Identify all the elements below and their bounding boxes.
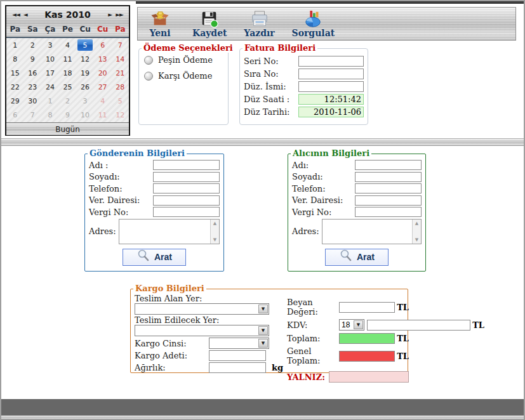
calendar-day[interactable]: 8 [6,52,24,66]
calendar-day[interactable]: 3 [41,38,59,52]
pickup-place-select[interactable]: ▼ [135,303,269,315]
calendar-day[interactable]: 9 [24,52,42,66]
calendar-day[interactable]: 10 [41,52,59,66]
calendar-day[interactable]: 11 [59,52,77,66]
calendar-day[interactable]: 4 [59,38,77,52]
calendar-day[interactable]: 25 [59,80,77,94]
sequence-no-input[interactable] [298,69,364,79]
tl-unit-label: TL [470,320,484,330]
new-button[interactable]: Yeni [140,9,180,39]
radio-icon[interactable] [144,56,153,65]
calendar-day[interactable]: 16 [24,66,42,80]
sender-phone-input[interactable] [153,183,220,194]
receiver-phone-input[interactable] [355,183,422,194]
calendar-day[interactable]: 9 [59,108,77,122]
cargo-count-input[interactable] [209,350,266,361]
scrollbar[interactable]: ▲ ▼ [210,220,219,244]
calendar-day[interactable]: 24 [41,80,59,94]
calendar-day[interactable]: 15 [6,66,24,80]
calendar-day[interactable]: 22 [6,80,24,94]
receiver-search-button[interactable]: Arat [325,249,389,266]
weight-input[interactable] [209,362,266,373]
query-button[interactable]: Sorgulat [288,9,339,39]
serial-no-input[interactable] [298,56,364,67]
cargo-info-group: Kargo Bilgileri Teslim Alan Yer: ▼ Tesli… [130,289,408,373]
sender-surname-input[interactable] [153,172,220,182]
sender-name-input[interactable] [153,160,220,170]
scrollbar[interactable]: ▲ ▼ [412,220,421,244]
calendar-next-year-icon[interactable]: ►► [114,11,125,18]
dropdown-arrow-icon[interactable]: ▼ [258,326,268,335]
sender-tax-no-label: Vergi No: [89,207,128,217]
top-dark-strip [136,1,524,4]
calendar-day[interactable]: 1 [6,38,24,52]
calendar-next-month-icon[interactable]: ► [106,11,114,18]
calendar-day[interactable]: 2 [24,38,42,52]
calendar-day[interactable]: 6 [94,38,112,52]
calendar-day[interactable]: 30 [24,95,42,108]
calendar-day[interactable]: 12 [111,108,129,122]
save-button-label: Kaydet [192,28,227,38]
delivery-place-select[interactable]: ▼ [135,325,269,336]
calendar-day[interactable]: 14 [111,52,129,66]
calendar-day[interactable]: 8 [41,108,59,122]
calendar-day[interactable]: 7 [111,38,129,52]
calendar-day[interactable]: 17 [41,66,59,80]
calendar-day-selected[interactable]: 5 [77,39,93,51]
calendar-day[interactable]: 27 [94,80,112,94]
sender-search-button[interactable]: Arat [123,249,186,266]
scroll-down-icon[interactable]: ▼ [415,237,418,242]
calendar-day[interactable]: 21 [111,66,129,80]
calendar-day[interactable]: 12 [76,52,94,66]
calendar-day[interactable]: 1 [41,95,59,108]
issuer-name-input[interactable] [298,81,364,92]
vat-rate-select[interactable]: 18 ▼ [339,319,364,331]
calendar-day[interactable]: 20 [94,66,112,80]
print-button[interactable]: Yazdır [240,9,279,39]
cargo-type-select[interactable]: ▼ [209,338,269,349]
new-box-icon [150,10,169,29]
calendar-day[interactable]: 4 [94,95,112,108]
declared-value-input[interactable] [339,302,395,313]
sender-tax-no-input[interactable] [153,207,220,217]
radio-icon[interactable] [144,72,153,81]
calendar-day[interactable]: 29 [6,95,24,108]
calendar-day[interactable]: 28 [111,80,129,94]
footer-bottom-strip [1,416,524,419]
receiver-address-textarea[interactable]: ▲ ▼ [322,219,422,244]
dropdown-arrow-icon[interactable]: ▼ [258,339,268,348]
calendar-day[interactable]: 18 [59,66,77,80]
dropdown-arrow-icon[interactable]: ▼ [354,320,363,329]
receiver-tax-no-input[interactable] [355,207,422,217]
calendar-day[interactable]: 26 [76,80,94,94]
calendar-today-button[interactable]: Bugün [6,122,129,135]
dropdown-arrow-icon[interactable]: ▼ [258,305,268,313]
calendar-month-title: Kas 2010 [29,10,106,20]
scroll-down-icon[interactable]: ▼ [213,237,216,242]
calendar-day[interactable]: 19 [76,66,94,80]
receiver-name-input[interactable] [355,160,422,170]
payment-option-pesin[interactable]: Peşin Ödeme [144,55,223,65]
vat-amount-input[interactable] [367,320,470,331]
receiver-tax-office-input[interactable] [355,195,422,206]
calendar-day[interactable]: 3 [76,95,94,108]
payment-option-karsi[interactable]: Karşı Ödeme [144,71,223,81]
sender-address-textarea[interactable]: ▲ ▼ [119,219,220,244]
receiver-surname-input[interactable] [355,172,422,182]
calendar-day[interactable]: 23 [24,80,42,94]
calendar-prev-year-icon[interactable]: ◄◄ [10,11,22,18]
calendar-prev-month-icon[interactable]: ◄ [22,11,29,18]
scroll-up-icon[interactable]: ▲ [415,221,418,226]
scroll-up-icon[interactable]: ▲ [213,221,216,226]
save-button[interactable]: Kaydet [189,9,231,39]
receiver-surname-label: Soyadı: [292,172,323,181]
calendar-day[interactable]: 11 [94,108,112,122]
magnifier-icon [136,249,150,265]
calendar-day[interactable]: 13 [94,52,112,66]
calendar-day[interactable]: 10 [76,108,94,122]
calendar-day[interactable]: 2 [59,95,77,108]
calendar-day[interactable]: 5 [111,95,129,108]
calendar-day[interactable]: 7 [24,108,42,122]
sender-tax-office-input[interactable] [153,195,220,206]
calendar-day[interactable]: 6 [6,108,24,122]
